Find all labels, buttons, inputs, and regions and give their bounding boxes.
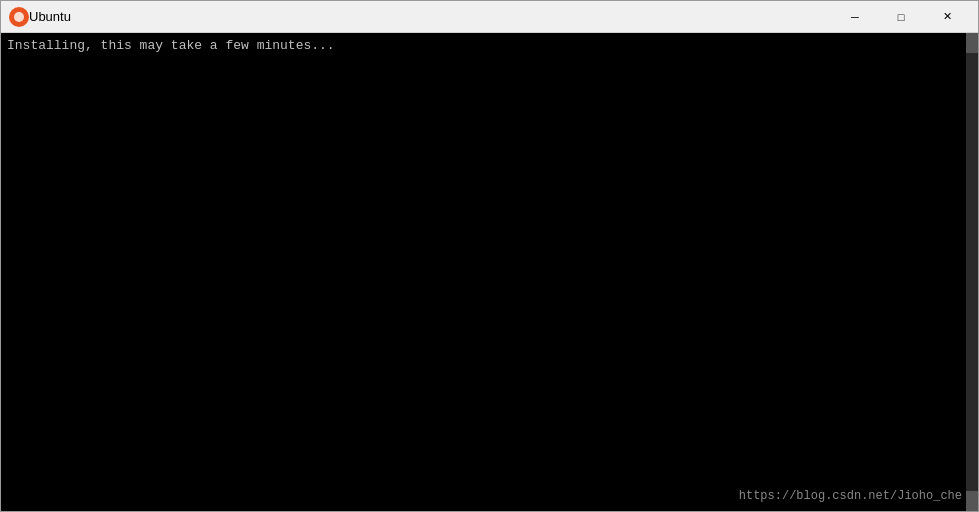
app-icon (9, 7, 29, 27)
watermark-text: https://blog.csdn.net/Jioho_che (739, 489, 962, 503)
terminal-content: Installing, this may take a few minutes.… (1, 33, 966, 511)
window: Ubuntu ─ □ ✕ Installing, this may take a… (0, 0, 979, 512)
scrollbar-up-arrow[interactable] (966, 33, 978, 53)
scrollbar-track[interactable] (966, 33, 978, 511)
window-controls: ─ □ ✕ (832, 1, 970, 33)
close-button[interactable]: ✕ (924, 1, 970, 33)
window-title: Ubuntu (29, 9, 832, 24)
minimize-button[interactable]: ─ (832, 1, 878, 33)
terminal-container: Installing, this may take a few minutes.… (1, 33, 978, 511)
title-bar: Ubuntu ─ □ ✕ (1, 1, 978, 33)
terminal-output: Installing, this may take a few minutes.… (7, 37, 960, 55)
maximize-button[interactable]: □ (878, 1, 924, 33)
scrollbar-down-arrow[interactable] (966, 491, 978, 511)
